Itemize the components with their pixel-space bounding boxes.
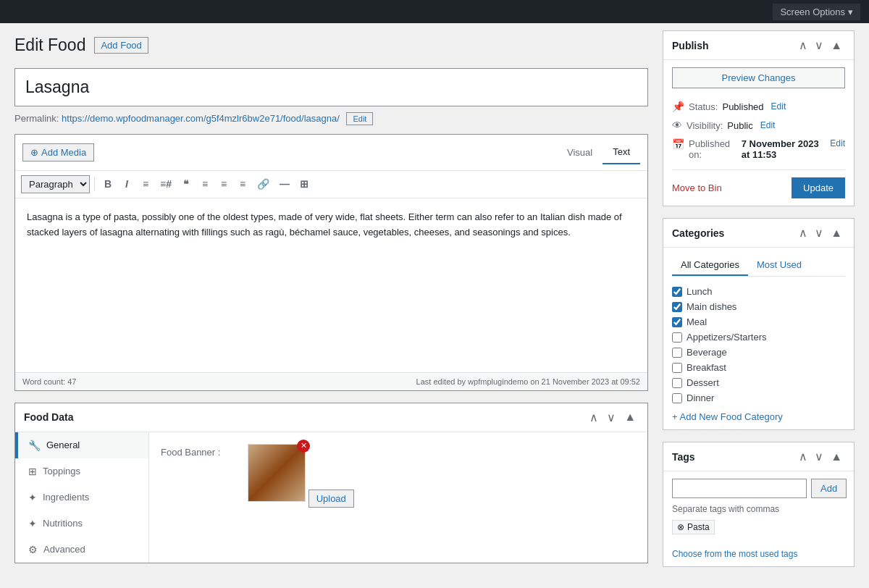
categories-content: All Categories Most Used Lunch Main dish… <box>663 248 854 429</box>
categories-controls: ∧ ∨ ▲ <box>796 224 845 241</box>
food-data-header[interactable]: Food Data ∧ ∨ ▲ <box>15 403 647 432</box>
more-button[interactable]: — <box>275 175 294 193</box>
tab-visual[interactable]: Visual <box>557 141 603 164</box>
add-food-button[interactable]: Add Food <box>94 37 148 54</box>
paragraph-select[interactable]: Paragraph Heading 1 Heading 2 Heading 3 <box>21 175 90 193</box>
food-banner-img-wrap: ✕ <box>248 444 306 502</box>
category-checkbox-appetizers[interactable] <box>672 332 682 343</box>
food-data-box: Food Data ∧ ∨ ▲ 🔧 General ⊞ Toppings <box>14 403 648 563</box>
list-item: Meal <box>672 314 845 329</box>
food-data-collapse-up[interactable]: ∧ <box>587 409 601 426</box>
visibility-edit-link[interactable]: Edit <box>760 120 776 130</box>
publish-collapse-down[interactable]: ∨ <box>812 37 826 54</box>
move-to-bin-link[interactable]: Move to Bin <box>672 180 722 196</box>
status-value: Published <box>722 101 763 112</box>
permalink-edit-button[interactable]: Edit <box>346 112 373 125</box>
add-new-category-link[interactable]: + Add New Food Category <box>672 411 783 422</box>
tags-collapse-up[interactable]: ∧ <box>796 448 810 465</box>
tags-hint: Separate tags with commas <box>672 504 845 514</box>
list-item: Dessert <box>672 375 845 390</box>
food-banner-remove-button[interactable]: ✕ <box>297 440 310 453</box>
food-data-controls: ∧ ∨ ▲ <box>587 409 639 426</box>
published-date-edit-link[interactable]: Edit <box>830 138 845 148</box>
format-toolbar: Paragraph Heading 1 Heading 2 Heading 3 … <box>15 171 647 198</box>
tags-collapse-down[interactable]: ∨ <box>812 448 826 465</box>
published-date-row: 📅 Published on: 7 November 2023 at 11:53… <box>672 135 845 164</box>
tags-input[interactable] <box>672 479 807 498</box>
food-data-nav: 🔧 General ⊞ Toppings ✦ Ingredients ✦ Nut… <box>15 432 149 563</box>
permalink-url[interactable]: https://demo.wpfoodmanager.com/g5f4mzlr6… <box>62 113 340 124</box>
preview-changes-button[interactable]: Preview Changes <box>672 67 845 88</box>
category-label-lunch: Lunch <box>687 286 712 297</box>
category-label-beverage: Beverage <box>687 347 727 358</box>
nav-item-toppings[interactable]: ⊞ Toppings <box>15 458 148 484</box>
tags-title: Tags <box>672 451 695 463</box>
nav-item-advanced[interactable]: ⚙ Advanced <box>15 537 148 563</box>
title-input[interactable] <box>15 69 647 106</box>
tags-box-header: Tags ∧ ∨ ▲ <box>663 442 854 471</box>
categories-collapse-up[interactable]: ∧ <box>796 224 810 241</box>
visibility-label: Visibility: <box>687 120 723 131</box>
upload-button[interactable]: Upload <box>308 490 354 508</box>
choose-tags-link[interactable]: Choose from the most used tags <box>672 549 797 559</box>
bold-button[interactable]: B <box>99 175 117 193</box>
tag-remove-icon: ⊗ <box>677 522 684 532</box>
nav-item-general[interactable]: 🔧 General <box>15 432 148 458</box>
status-edit-link[interactable]: Edit <box>771 101 786 112</box>
food-data-minimize[interactable]: ▲ <box>621 409 639 426</box>
main-content: Edit Food Add Food Permalink: https://de… <box>14 30 648 579</box>
nav-item-nutritions[interactable]: ✦ Nutritions <box>15 511 148 537</box>
blockquote-button[interactable]: ❝ <box>177 175 195 193</box>
nav-item-ingredients[interactable]: ✦ Ingredients <box>15 484 148 511</box>
update-button[interactable]: Update <box>792 177 845 198</box>
editor-box: ⊕ Add Media Visual Text Paragraph Headin… <box>14 134 648 391</box>
advanced-icon: ⚙ <box>28 544 38 555</box>
page-wrapper: Edit Food Add Food Permalink: https://de… <box>0 23 869 588</box>
category-checkbox-dinner[interactable] <box>672 393 682 403</box>
align-right-button[interactable]: ≡ <box>234 175 251 193</box>
category-checkbox-lunch[interactable] <box>672 287 682 297</box>
publish-box: Publish ∧ ∨ ▲ Preview Changes 📌 Status: … <box>663 30 855 206</box>
permalink-label: Permalink: <box>14 113 59 124</box>
category-label-meal: Meal <box>687 316 707 327</box>
list-item: Main dishes <box>672 299 845 314</box>
editor-text: Lasagna is a type of pasta, possibly one… <box>27 210 636 240</box>
categories-minimize[interactable]: ▲ <box>828 224 845 241</box>
food-data-collapse-down[interactable]: ∨ <box>604 409 618 426</box>
categories-collapse-down[interactable]: ∨ <box>812 224 826 241</box>
align-center-button[interactable]: ≡ <box>215 175 232 193</box>
publish-box-title: Publish <box>672 40 709 51</box>
tab-text[interactable]: Text <box>603 140 640 164</box>
list-item: ⊗ Pasta <box>672 520 715 534</box>
categories-box: Categories ∧ ∨ ▲ All Categories Most Use… <box>663 218 855 430</box>
screen-options-label: Screen Options <box>780 7 845 17</box>
category-checkbox-beverage[interactable] <box>672 348 682 358</box>
category-checkbox-meal[interactable] <box>672 317 682 327</box>
permalink: Permalink: https://demo.wpfoodmanager.co… <box>14 112 648 125</box>
tags-add-button[interactable]: Add <box>811 479 847 498</box>
align-left-button[interactable]: ≡ <box>196 175 214 193</box>
tags-minimize[interactable]: ▲ <box>828 448 845 465</box>
category-checkbox-breakfast[interactable] <box>672 363 682 373</box>
tab-all-categories[interactable]: All Categories <box>672 255 748 276</box>
toolbar-toggle-button[interactable]: ⊞ <box>295 175 313 193</box>
editor-content-area[interactable]: Lasagna is a type of pasta, possibly one… <box>15 198 647 372</box>
list-item: Dinner <box>672 390 845 406</box>
add-media-icon: ⊕ <box>30 147 38 158</box>
category-checkbox-dessert[interactable] <box>672 378 682 388</box>
add-media-label: Add Media <box>41 147 86 158</box>
unordered-list-button[interactable]: ≡ <box>137 175 154 193</box>
publish-minimize[interactable]: ▲ <box>828 37 845 54</box>
publish-collapse-up[interactable]: ∧ <box>796 37 810 54</box>
category-label-appetizers: Appetizers/Starters <box>687 332 767 343</box>
tab-most-used[interactable]: Most Used <box>748 255 810 276</box>
nav-label-ingredients: Ingredients <box>43 492 89 503</box>
ordered-list-button[interactable]: ≡# <box>156 175 176 193</box>
italic-button[interactable]: I <box>118 175 135 193</box>
nav-label-advanced: Advanced <box>43 544 85 555</box>
screen-options-button[interactable]: Screen Options ▾ <box>773 4 860 20</box>
link-button[interactable]: 🔗 <box>253 175 274 193</box>
category-checkbox-main-dishes[interactable] <box>672 302 682 312</box>
nav-label-general: General <box>46 440 80 450</box>
add-media-button[interactable]: ⊕ Add Media <box>22 143 94 161</box>
